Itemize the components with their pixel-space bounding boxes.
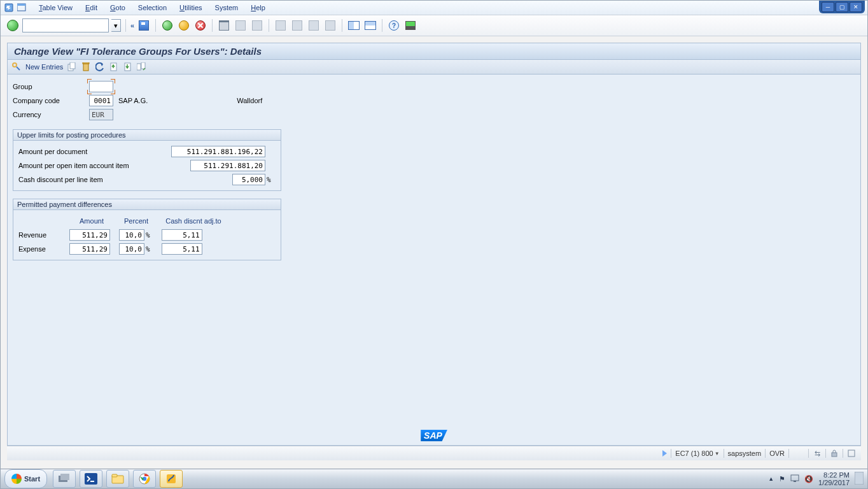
show-desktop-button[interactable] bbox=[855, 472, 864, 486]
group-label: Group bbox=[13, 83, 89, 90]
window-controls: ─ ▢ ✕ bbox=[819, 1, 865, 13]
currency-label: Currency bbox=[13, 111, 89, 118]
svg-rect-13 bbox=[848, 450, 855, 457]
tray-clock[interactable]: 8:22 PM 1/29/2017 bbox=[818, 471, 850, 486]
revenue-amount-input[interactable] bbox=[69, 229, 110, 241]
task-chrome[interactable] bbox=[133, 470, 156, 488]
start-button[interactable]: Start bbox=[4, 469, 47, 488]
layout-button[interactable] bbox=[403, 18, 417, 32]
revenue-percent-input[interactable] bbox=[119, 229, 144, 241]
application-toolbar: New Entries bbox=[7, 60, 861, 74]
local-layout-icon[interactable]: ⇆ bbox=[813, 449, 822, 458]
status-system[interactable]: EC7 (1) 800 bbox=[675, 450, 713, 457]
revenue-cash-input[interactable] bbox=[162, 229, 202, 241]
find-next-button[interactable] bbox=[250, 18, 264, 32]
status-mode: OVR bbox=[769, 450, 785, 457]
task-explorer[interactable] bbox=[106, 470, 129, 488]
upper-limits-section: Upper limits for posting procedures Amou… bbox=[13, 129, 281, 191]
expense-cash-input[interactable] bbox=[162, 243, 202, 255]
permitted-diff-section: Permitted payment differences Amount Per… bbox=[13, 199, 281, 260]
cash-discount-per-line-input[interactable] bbox=[232, 174, 265, 185]
save-button[interactable] bbox=[137, 18, 151, 32]
new-session-button[interactable] bbox=[347, 18, 361, 32]
change-display-button[interactable] bbox=[11, 62, 22, 72]
command-field-dropdown[interactable]: ▾ bbox=[111, 19, 121, 32]
percent-unit: % bbox=[146, 245, 150, 253]
svg-rect-18 bbox=[112, 474, 117, 477]
find-icon bbox=[235, 20, 246, 31]
windows-icon bbox=[11, 474, 22, 484]
next-page-button[interactable] bbox=[307, 18, 321, 32]
content-area: Change View "FI Tolerance Groups For Use… bbox=[1, 36, 867, 460]
exit-button[interactable] bbox=[177, 18, 191, 32]
group-input[interactable] bbox=[89, 81, 113, 92]
menu-system[interactable]: System bbox=[215, 4, 239, 11]
menu-help[interactable]: Help bbox=[251, 4, 265, 11]
next-page-icon bbox=[309, 20, 319, 31]
minimize-button[interactable]: ─ bbox=[822, 2, 834, 12]
expense-amount-input[interactable] bbox=[69, 243, 110, 255]
expense-percent-input[interactable] bbox=[119, 243, 144, 255]
double-arrow-icon[interactable]: « bbox=[130, 22, 134, 29]
app-menu-icon[interactable] bbox=[4, 3, 13, 12]
menu-selection[interactable]: Selection bbox=[138, 4, 167, 11]
task-powershell[interactable] bbox=[80, 470, 102, 488]
form-area: Group Company code SAP A.G. Walldorf Cur… bbox=[7, 74, 861, 446]
menu-edit[interactable]: Edit bbox=[85, 4, 97, 11]
prev-entry-button[interactable] bbox=[109, 62, 119, 72]
permitted-diff-title: Permitted payment differences bbox=[13, 199, 281, 210]
currency-input bbox=[89, 109, 113, 120]
tray-network-icon[interactable] bbox=[790, 474, 799, 484]
delete-button[interactable] bbox=[81, 62, 91, 72]
overview-button[interactable] bbox=[137, 62, 147, 72]
cancel-button[interactable] bbox=[193, 18, 207, 32]
shortcut-icon bbox=[365, 21, 376, 30]
chevron-down-icon[interactable]: ▼ bbox=[715, 451, 720, 457]
prev-page-button[interactable] bbox=[290, 18, 304, 32]
tray-sound-icon[interactable]: 🔇 bbox=[804, 475, 813, 483]
menu-table-view[interactable]: TTable Viewable View bbox=[39, 4, 73, 11]
col-amount-header: Amount bbox=[69, 217, 114, 225]
checkmark-icon bbox=[7, 20, 18, 31]
script-icon[interactable] bbox=[847, 449, 856, 458]
new-entries-button[interactable]: New Entries bbox=[25, 63, 63, 71]
help-button[interactable]: ? bbox=[387, 18, 401, 32]
next-entry-button[interactable] bbox=[123, 62, 133, 72]
menu-utilities[interactable]: Utilities bbox=[179, 4, 202, 11]
menu-goto[interactable]: Goto bbox=[110, 4, 125, 11]
lock-icon[interactable] bbox=[830, 449, 839, 458]
help-icon: ? bbox=[389, 20, 399, 31]
app-window: TTable Viewable View Edit Goto Selection… bbox=[0, 0, 868, 489]
copy-as-button[interactable] bbox=[67, 62, 77, 72]
last-page-icon bbox=[325, 20, 335, 31]
amount-per-open-item-label: Amount per open item account item bbox=[18, 162, 171, 169]
prev-page-icon bbox=[292, 20, 302, 31]
task-server-manager[interactable] bbox=[53, 470, 76, 488]
dropdown-icon[interactable] bbox=[17, 3, 26, 12]
first-page-button[interactable] bbox=[274, 18, 288, 32]
last-page-button[interactable] bbox=[323, 18, 337, 32]
find-button[interactable] bbox=[234, 18, 248, 32]
new-session-icon bbox=[348, 21, 360, 30]
tray-expand-icon[interactable]: ▲ bbox=[768, 476, 774, 482]
svg-rect-16 bbox=[85, 473, 97, 485]
svg-rect-12 bbox=[832, 453, 837, 457]
shortcut-button[interactable] bbox=[363, 18, 377, 32]
amount-per-document-input[interactable] bbox=[171, 146, 265, 157]
close-button[interactable]: ✕ bbox=[850, 2, 862, 12]
undo-button[interactable] bbox=[95, 62, 105, 72]
tray-flag-icon[interactable]: ⚑ bbox=[779, 475, 785, 483]
tray-time: 8:22 PM bbox=[818, 471, 850, 479]
col-cash-header: Cash discnt adj.to bbox=[158, 217, 228, 225]
back-button[interactable] bbox=[160, 18, 174, 32]
print-button[interactable] bbox=[217, 18, 231, 32]
task-sap-gui[interactable] bbox=[160, 470, 183, 488]
status-host: sapsystem bbox=[728, 450, 762, 457]
play-icon[interactable] bbox=[662, 450, 667, 457]
enter-button[interactable] bbox=[6, 18, 20, 32]
print-icon bbox=[219, 20, 229, 31]
maximize-button[interactable]: ▢ bbox=[836, 2, 848, 12]
command-field[interactable] bbox=[22, 18, 109, 32]
company-code-input[interactable] bbox=[89, 95, 113, 106]
amount-per-open-item-input[interactable] bbox=[190, 160, 265, 171]
